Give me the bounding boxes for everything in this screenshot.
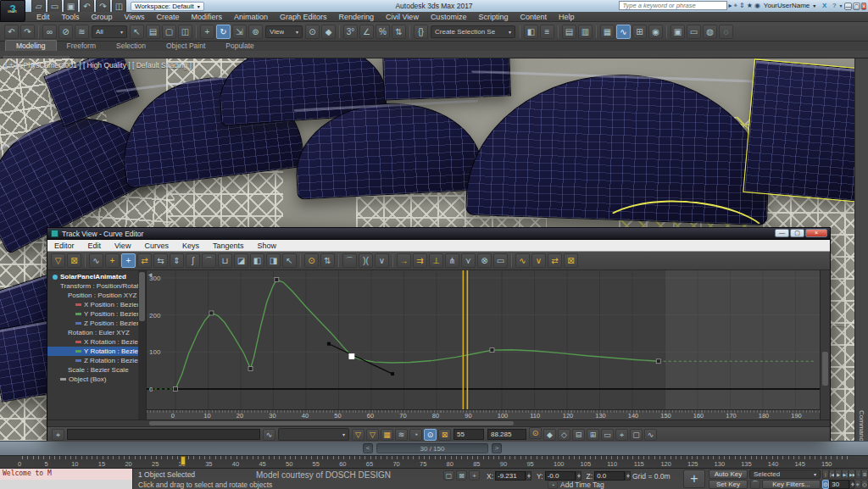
insert-keys-icon[interactable]: ⊔ xyxy=(218,253,232,268)
edit-track-set-icon[interactable]: ∿ xyxy=(263,429,275,441)
zoom-viewport-icon[interactable]: ⌖ xyxy=(854,480,861,489)
ce-menu-item-view[interactable]: View xyxy=(108,242,137,250)
select-and-link-icon[interactable]: ∞ xyxy=(42,25,57,39)
track-item-solarpanelanimated[interactable]: SolarPanelAnimated xyxy=(47,272,146,281)
viewport-label[interactable]: [ + ] [ PhysCamera001 ] [ High Quality ]… xyxy=(5,61,192,69)
show-tangents-icon[interactable]: → xyxy=(397,253,411,268)
time-slider-track[interactable]: < 30 / 150 > xyxy=(0,441,868,455)
scale-keys-icon[interactable]: ⇆ xyxy=(153,253,168,268)
tab-populate[interactable]: Populate xyxy=(215,41,264,51)
edit-named-selection-sets-icon[interactable]: {} xyxy=(414,25,428,39)
curve-editor-icon[interactable]: ∿ xyxy=(616,25,631,39)
filter-keyable-tracks-icon[interactable]: ▦ xyxy=(381,429,393,441)
maximize-button[interactable]: ▢ xyxy=(790,229,804,237)
break-tangents-icon[interactable]: ⋔ xyxy=(445,253,459,268)
ignore-anim-range-icon[interactable]: ◔ xyxy=(409,429,422,441)
slide-keys-icon[interactable]: ⇄ xyxy=(137,253,152,268)
maxscript-mini-listener[interactable]: Welcome to M xyxy=(0,469,133,489)
tangents-spline-icon[interactable]: )( xyxy=(359,253,373,268)
track-item-rotation-euler-xyz[interactable]: Rotation : Euler XYZ xyxy=(47,328,146,337)
paste-keys-icon[interactable]: ◨ xyxy=(266,253,281,268)
buffer-curves-icon[interactable]: ∿ xyxy=(515,253,530,268)
function-curve-plot[interactable]: 0100200300 xyxy=(147,270,820,409)
maximize-button[interactable]: ▢ xyxy=(853,3,860,10)
orbit-viewport-icon[interactable]: ◔ xyxy=(855,470,862,479)
zoom-region-icon[interactable]: ▢ xyxy=(630,429,643,441)
render-iterative-icon[interactable]: ◌ xyxy=(719,25,733,39)
menu-item-group[interactable]: Group xyxy=(86,13,119,21)
autodesk-exchange-icon[interactable]: X xyxy=(819,1,830,10)
x-coord-field[interactable] xyxy=(495,471,526,481)
add-keys-icon[interactable]: + xyxy=(105,253,120,268)
select-and-rotate-icon[interactable]: ↻ xyxy=(216,25,231,39)
key-value-field[interactable] xyxy=(487,429,526,440)
percent-snap-icon[interactable]: % xyxy=(376,25,390,39)
selection-filter-dropdown[interactable]: All xyxy=(92,25,127,38)
menu-item-rendering[interactable]: Rendering xyxy=(333,13,381,21)
tangents-auto-icon[interactable]: ⌒ xyxy=(342,253,357,268)
minimize-button[interactable]: — xyxy=(775,229,789,237)
curve-editor-title-bar[interactable]: Track View - Curve Editor —▢× xyxy=(47,228,830,240)
set-key-mode-icon[interactable]: + xyxy=(683,470,705,488)
ce-menu-item-curves[interactable]: Curves xyxy=(137,242,175,250)
swap-buffer-icon[interactable]: ⇄ xyxy=(548,253,562,268)
move-keys-icon[interactable]: + xyxy=(121,253,136,268)
menu-item-create[interactable]: Create xyxy=(150,13,185,21)
y-spinner[interactable] xyxy=(576,471,581,481)
toggle-scene-explorer-icon[interactable]: ▤ xyxy=(562,25,576,39)
angle-snap-icon[interactable]: ∠ xyxy=(359,25,374,39)
close-button[interactable]: × xyxy=(805,229,827,237)
render-production-icon[interactable]: ◍ xyxy=(703,25,717,39)
go-to-start-icon[interactable]: |◀◀ xyxy=(822,470,829,479)
material-editor-icon[interactable]: ◉ xyxy=(648,25,663,39)
ce-menu-item-tangents[interactable]: Tangents xyxy=(206,242,251,250)
track-item-y-rotation-bezier-fl[interactable]: Y Rotation : Bezier Fl xyxy=(47,347,146,356)
mirror-icon[interactable]: ◧ xyxy=(524,25,538,39)
reference-coordinate-dropdown[interactable]: View xyxy=(265,25,303,38)
select-and-place-icon[interactable]: ⊚ xyxy=(248,25,263,39)
filter-animated-tracks-icon[interactable]: ▽ xyxy=(366,429,379,441)
keyframe-point[interactable] xyxy=(656,359,660,364)
redo-icon[interactable]: ↷ xyxy=(20,25,35,39)
key-filters-button[interactable]: Key Filters... xyxy=(762,480,821,489)
menu-item-edit[interactable]: Edit xyxy=(31,13,56,21)
snaps-toggle-icon[interactable]: 3° xyxy=(343,25,358,39)
scale-values-icon[interactable]: ⇕ xyxy=(170,253,184,268)
track-selection-field[interactable] xyxy=(67,429,260,440)
tab-freeform[interactable]: Freeform xyxy=(57,41,106,51)
zoom-selected-object-icon[interactable]: ⌖ xyxy=(52,429,64,441)
play-animation-icon[interactable]: ▶ xyxy=(835,470,842,479)
named-selection-sets-dropdown[interactable]: Create Selection Se xyxy=(431,25,515,38)
filters-icon[interactable]: ▽ xyxy=(51,253,65,268)
listener-input[interactable] xyxy=(0,480,132,489)
zoom-icon[interactable]: ⌖ xyxy=(615,429,628,441)
render-setup-icon[interactable]: ▣ xyxy=(670,25,685,39)
show-frozen-keys-icon[interactable]: ≋ xyxy=(395,429,408,441)
cut-keys-icon[interactable]: ◪ xyxy=(234,253,248,268)
track-bar[interactable]: 0510152025303540455055606570758085909510… xyxy=(0,455,868,468)
keyframe-point[interactable] xyxy=(349,353,354,358)
lock-tangents-icon[interactable]: ⊥ xyxy=(429,253,443,268)
auto-key-button[interactable]: Auto Key xyxy=(709,470,748,479)
tab-selection[interactable]: Selection xyxy=(106,41,156,51)
rectangular-selection-region-icon[interactable]: ▢ xyxy=(162,25,176,39)
x-spinner[interactable] xyxy=(526,471,531,481)
menu-item-animation[interactable]: Animation xyxy=(228,13,274,21)
isolate-curve-icon[interactable]: ⊙ xyxy=(304,253,319,268)
ce-menu-item-edit[interactable]: Edit xyxy=(81,242,108,250)
maximize-viewport-toggle-icon[interactable]: ⊞ xyxy=(861,470,868,479)
frame-horizontal-extents-icon[interactable]: ⊟ xyxy=(572,429,585,441)
key-info-icon[interactable]: ⊙ xyxy=(529,427,542,439)
rendered-frame-window-icon[interactable]: ▭ xyxy=(687,25,701,39)
menu-item-modifiers[interactable]: Modifiers xyxy=(185,13,228,21)
username-dropdown[interactable]: YourUserName xyxy=(764,2,815,9)
current-frame-marker[interactable] xyxy=(181,456,186,465)
menu-item-civil-view[interactable]: Civil View xyxy=(380,13,425,21)
selection-set-dropdown[interactable]: Selected xyxy=(749,470,821,479)
toggle-ribbon-icon[interactable]: ▦ xyxy=(600,25,615,39)
region-tool-icon[interactable]: ▭ xyxy=(493,253,508,268)
track-item-x-position-bezier-flo[interactable]: X Position : Bezier Flo xyxy=(47,300,146,309)
show-buffer-icon[interactable]: ∨ xyxy=(531,253,546,268)
previous-frame-arrow[interactable]: < xyxy=(363,443,373,453)
track-item-z-rotation-bezier-fl[interactable]: Z Rotation : Bezier Fl xyxy=(47,356,146,365)
